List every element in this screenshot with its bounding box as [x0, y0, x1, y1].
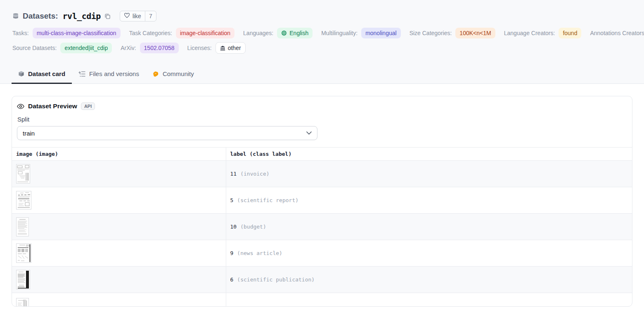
column-header-label: label (class label) — [226, 148, 632, 161]
tag-group-label: Licenses: — [187, 45, 212, 51]
label-cell: 11(invoice) — [226, 161, 632, 187]
copy-icon[interactable] — [104, 13, 111, 19]
table-header-row: image (image) label (class label) — [12, 148, 632, 161]
label-name: (scientific publication) — [237, 276, 315, 283]
table-row — [12, 293, 632, 307]
tag-pill-multilinguality[interactable]: monolingual — [361, 28, 401, 38]
label-name: (scientific report) — [237, 197, 298, 203]
globe-icon — [281, 30, 287, 36]
label-cell: 10(budget) — [226, 214, 632, 240]
preview-table: image (image) label (class label) 11(inv… — [12, 147, 632, 307]
tag-group-label: Task Categories: — [129, 30, 172, 36]
bank-icon — [220, 45, 225, 51]
label-number: 5 — [230, 197, 234, 203]
dataset-name: rvl_cdip — [63, 11, 101, 21]
tag-group-source-datasets: Source Datasets: extended|iit_cdip — [12, 43, 112, 53]
image-cell — [12, 293, 226, 307]
document-thumbnail — [16, 217, 29, 236]
label-name: (news article) — [237, 250, 282, 256]
tag-pill-label: English — [289, 29, 308, 37]
label-cell: 5(scientific report) — [226, 187, 632, 214]
column-header-image: image (image) — [12, 148, 226, 161]
versions-icon — [78, 71, 85, 77]
tab-label: Files and versions — [89, 70, 139, 77]
label-number: 9 — [230, 250, 234, 256]
api-badge[interactable]: API — [81, 102, 95, 110]
tag-row-2: Source Datasets: extended|iit_cdip ArXiv… — [12, 42, 632, 55]
label-cell: 6(scientific publication) — [226, 267, 632, 293]
tag-group-multilinguality: Multilinguality: monolingual — [321, 28, 400, 38]
chevron-down-icon — [306, 131, 312, 135]
tag-pill-size-categories[interactable]: 100K<n<1M — [455, 28, 495, 38]
label-name: (budget) — [240, 224, 266, 230]
tab-community[interactable]: Community — [146, 65, 201, 84]
tag-group-task-categories: Task Categories: image-classification — [129, 28, 234, 38]
dataset-preview-card: Dataset Preview API Split train image (i… — [12, 96, 632, 307]
like-count[interactable]: 7 — [145, 11, 156, 21]
document-thumbnail — [16, 243, 31, 263]
tag-pill-language-creators[interactable]: found — [559, 28, 581, 38]
image-cell — [12, 214, 226, 240]
table-row: 6(scientific publication) — [12, 267, 632, 293]
tab-label: Community — [163, 70, 194, 77]
tag-group-language-creators: Language Creators: found — [504, 28, 582, 38]
tag-group-label: Size Categories: — [410, 30, 452, 36]
tag-group-label: Languages: — [243, 30, 273, 36]
table-row: 10(budget) — [12, 214, 632, 240]
title-row: Datasets: rvl_cdip like 7 — [12, 11, 632, 21]
tag-group-label: Multilinguality: — [321, 30, 358, 36]
tag-group-licenses: Licenses: other — [187, 42, 246, 54]
tag-group-arxiv: ArXiv: 1502.07058 — [121, 43, 178, 53]
tag-pill-languages[interactable]: English — [277, 28, 313, 38]
document-thumbnail — [16, 270, 30, 289]
image-cell — [12, 187, 226, 214]
heart-icon — [124, 13, 130, 19]
like-label: like — [133, 13, 141, 19]
community-icon — [152, 71, 159, 77]
table-row: 11(invoice) — [12, 161, 632, 187]
table-row: 9(news article) — [12, 240, 632, 267]
tag-group-label: Annotations Creators: — [590, 30, 644, 36]
split-label: Split — [17, 116, 627, 123]
tab-dataset-card[interactable]: Dataset card — [12, 65, 72, 84]
image-cell — [12, 240, 226, 267]
document-thumbnail — [16, 164, 30, 184]
tag-group-languages: Languages: English — [243, 28, 313, 38]
tag-row-1: Tasks: multi-class-image-classification … — [12, 28, 632, 38]
document-thumbnail — [16, 298, 29, 307]
tab-files-and-versions[interactable]: Files and versions — [72, 65, 146, 84]
database-icon — [12, 13, 19, 19]
tag-group-label: ArXiv: — [121, 45, 136, 51]
label-number: 11 — [230, 171, 237, 177]
label-cell — [226, 293, 632, 307]
tag-group-label: Source Datasets: — [12, 45, 57, 51]
tab-label: Dataset card — [28, 70, 65, 77]
document-thumbnail — [16, 191, 31, 210]
tag-pill-licenses[interactable]: other — [215, 42, 246, 54]
preview-title: Dataset Preview — [28, 102, 77, 110]
tag-group-tasks: Tasks: multi-class-image-classification — [12, 28, 121, 38]
label-name: (invoice) — [240, 171, 269, 177]
tag-pill-source-datasets[interactable]: extended|iit_cdip — [60, 43, 112, 53]
image-cell — [12, 267, 226, 293]
split-select-value: train — [23, 130, 35, 137]
preview-header: Dataset Preview API — [17, 102, 627, 110]
tag-pill-tasks[interactable]: multi-class-image-classification — [33, 28, 121, 38]
table-row: 5(scientific report) — [12, 187, 632, 214]
split-select[interactable]: train — [17, 126, 317, 140]
tag-pill-label: other — [228, 44, 241, 52]
page-header: Datasets: rvl_cdip like 7 Tasks: multi-c… — [0, 0, 644, 84]
image-cell — [12, 161, 226, 187]
label-cell: 9(news article) — [226, 240, 632, 267]
label-number: 6 — [230, 276, 234, 283]
tag-group-annotations-creators: Annotations Creators: found — [590, 28, 644, 38]
like-button-main[interactable]: like — [120, 13, 145, 19]
label-number: 10 — [230, 224, 237, 230]
cube-icon — [18, 71, 24, 77]
breadcrumb: Datasets: — [23, 12, 58, 21]
like-button[interactable]: like 7 — [120, 11, 156, 21]
eye-icon — [17, 104, 24, 109]
tag-pill-arxiv[interactable]: 1502.07058 — [140, 43, 179, 53]
tag-pill-task-categories[interactable]: image-classification — [176, 28, 234, 38]
tag-group-label: Language Creators: — [504, 30, 555, 36]
